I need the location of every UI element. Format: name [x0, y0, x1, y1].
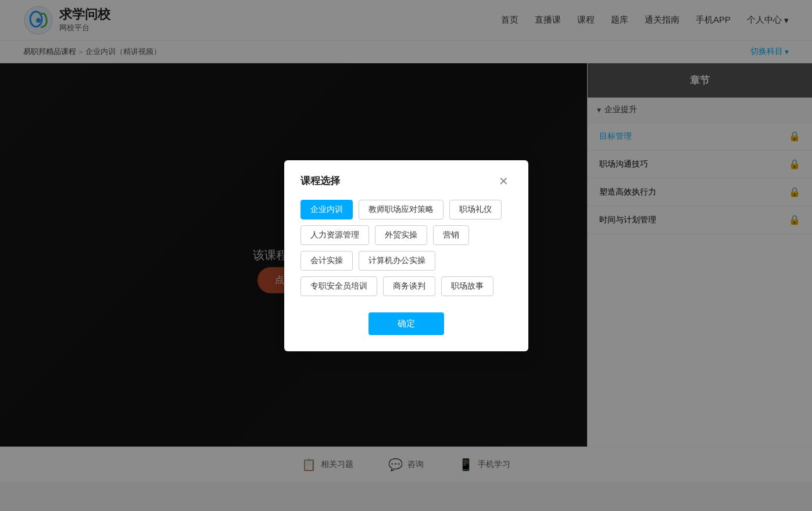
confirm-button[interactable]: 确定: [369, 312, 444, 335]
course-select-modal: 课程选择 ✕ 企业内训 教师职场应对策略 职场礼仪 人力资源管理 外贸实操 营销…: [284, 160, 528, 351]
modal-title: 课程选择: [301, 174, 340, 188]
modal-close-button[interactable]: ✕: [495, 174, 512, 188]
tag-marketing[interactable]: 营销: [433, 225, 469, 245]
tag-workplace-etiquette[interactable]: 职场礼仪: [449, 200, 502, 219]
tag-workplace-story[interactable]: 职场故事: [441, 276, 493, 296]
modal-footer: 确定: [301, 312, 512, 335]
modal-overlay[interactable]: 课程选择 ✕ 企业内训 教师职场应对策略 职场礼仪 人力资源管理 外贸实操 营销…: [0, 0, 812, 481]
tag-computer-office[interactable]: 计算机办公实操: [359, 251, 435, 271]
tag-enterprise-training[interactable]: 企业内训: [301, 200, 353, 219]
tag-accounting[interactable]: 会计实操: [301, 251, 353, 271]
tag-foreign-trade[interactable]: 外贸实操: [375, 225, 427, 245]
tag-teacher-strategy[interactable]: 教师职场应对策略: [359, 200, 443, 219]
modal-header: 课程选择 ✕: [301, 174, 512, 188]
tag-safety-training[interactable]: 专职安全员培训: [301, 276, 377, 296]
course-tags-area: 企业内训 教师职场应对策略 职场礼仪 人力资源管理 外贸实操 营销 会计实操 计…: [301, 200, 512, 296]
tag-business-negotiation[interactable]: 商务谈判: [383, 276, 435, 296]
tag-hr-management[interactable]: 人力资源管理: [301, 225, 369, 245]
